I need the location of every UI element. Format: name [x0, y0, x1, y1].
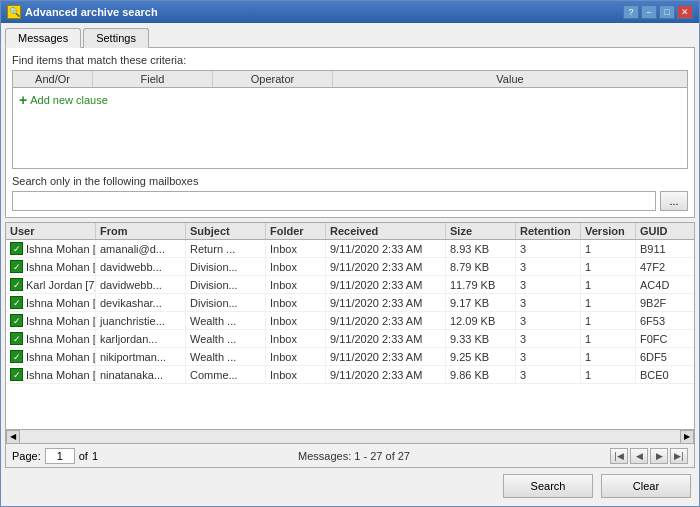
cell-from: davidwebb... [96, 258, 186, 275]
tab-settings[interactable]: Settings [83, 28, 149, 48]
search-panel: Find items that match these criteria: An… [5, 47, 695, 218]
title-bar-left: 🔍 Advanced archive search [7, 5, 158, 19]
cell-folder: Inbox [266, 258, 326, 275]
cell-from: nikiportman... [96, 348, 186, 365]
scroll-right-arrow[interactable]: ▶ [680, 430, 694, 444]
cell-guid: 6F53 [636, 312, 694, 329]
check-icon: ✓ [10, 260, 23, 273]
cell-size: 12.09 KB [446, 312, 516, 329]
cell-guid: B911 [636, 240, 694, 257]
table-body: ✓ Ishna Mohan [5] amanali@d... Return ..… [6, 240, 694, 429]
cell-received: 9/11/2020 2:33 AM [326, 276, 446, 293]
tab-messages[interactable]: Messages [5, 28, 81, 48]
cell-retention: 3 [516, 240, 581, 257]
cell-from: amanali@d... [96, 240, 186, 257]
mailboxes-input[interactable] [12, 191, 656, 211]
add-icon: + [19, 92, 27, 108]
cell-received: 9/11/2020 2:33 AM [326, 312, 446, 329]
col-retention: Retention [516, 223, 581, 239]
first-page-button[interactable]: |◀ [610, 448, 628, 464]
cell-size: 9.17 KB [446, 294, 516, 311]
title-buttons: ? − □ ✕ [623, 5, 693, 19]
check-icon: ✓ [10, 350, 23, 363]
table-row[interactable]: ✓ Ishna Mohan [5] ninatanaka... Comme...… [6, 366, 694, 384]
cell-version: 1 [581, 366, 636, 383]
cell-version: 1 [581, 330, 636, 347]
cell-folder: Inbox [266, 294, 326, 311]
cell-retention: 3 [516, 348, 581, 365]
table-row[interactable]: ✓ Ishna Mohan [5] nikiportman... Wealth … [6, 348, 694, 366]
table-row[interactable]: ✓ Ishna Mohan [5] amanali@d... Return ..… [6, 240, 694, 258]
table-row[interactable]: ✓ Ishna Mohan [5] juanchristie... Wealth… [6, 312, 694, 330]
criteria-area: And/Or Field Operator Value + Add new cl… [12, 70, 688, 169]
cell-guid: F0FC [636, 330, 694, 347]
cell-received: 9/11/2020 2:33 AM [326, 240, 446, 257]
cell-received: 9/11/2020 2:33 AM [326, 258, 446, 275]
browse-button[interactable]: ... [660, 191, 688, 211]
cell-size: 11.79 KB [446, 276, 516, 293]
cell-from: karljordan... [96, 330, 186, 347]
col-subject: Subject [186, 223, 266, 239]
search-button[interactable]: Search [503, 474, 593, 498]
maximize-button[interactable]: □ [659, 5, 675, 19]
col-field: Field [93, 71, 213, 87]
cell-size: 8.93 KB [446, 240, 516, 257]
cell-user: ✓ Ishna Mohan [5] [6, 258, 96, 275]
cell-size: 8.79 KB [446, 258, 516, 275]
table-row[interactable]: ✓ Karl Jordan [7] davidwebb... Division.… [6, 276, 694, 294]
horizontal-scrollbar[interactable]: ◀ ▶ [6, 429, 694, 443]
clear-button[interactable]: Clear [601, 474, 691, 498]
col-version: Version [581, 223, 636, 239]
minimize-button[interactable]: − [641, 5, 657, 19]
cell-user: ✓ Karl Jordan [7] [6, 276, 96, 293]
find-label: Find items that match these criteria: [12, 54, 688, 66]
prev-page-button[interactable]: ◀ [630, 448, 648, 464]
table-row[interactable]: ✓ Ishna Mohan [5] karljordan... Wealth .… [6, 330, 694, 348]
mailboxes-row: ... [12, 191, 688, 211]
cell-retention: 3 [516, 294, 581, 311]
col-guid: GUID [636, 223, 695, 239]
add-clause-button[interactable]: + Add new clause [15, 90, 112, 110]
page-input[interactable] [45, 448, 75, 464]
cell-from: devikashar... [96, 294, 186, 311]
cell-folder: Inbox [266, 240, 326, 257]
check-icon: ✓ [10, 296, 23, 309]
close-button[interactable]: ✕ [677, 5, 693, 19]
table-row[interactable]: ✓ Ishna Mohan [5] devikashar... Division… [6, 294, 694, 312]
cell-size: 9.33 KB [446, 330, 516, 347]
action-buttons: Search Clear [5, 468, 695, 502]
cell-subject: Return ... [186, 240, 266, 257]
check-icon: ✓ [10, 368, 23, 381]
cell-version: 1 [581, 258, 636, 275]
col-value: Value [333, 71, 687, 87]
col-size: Size [446, 223, 516, 239]
cell-from: davidwebb... [96, 276, 186, 293]
mailboxes-label: Search only in the following mailboxes [12, 175, 688, 187]
cell-subject: Division... [186, 294, 266, 311]
help-button[interactable]: ? [623, 5, 639, 19]
cell-subject: Wealth ... [186, 312, 266, 329]
cell-guid: AC4D [636, 276, 694, 293]
messages-info: Messages: 1 - 27 of 27 [298, 450, 410, 462]
page-left: Page: of 1 [12, 448, 98, 464]
cell-subject: Wealth ... [186, 330, 266, 347]
cell-retention: 3 [516, 312, 581, 329]
cell-folder: Inbox [266, 330, 326, 347]
cell-folder: Inbox [266, 312, 326, 329]
last-page-button[interactable]: ▶| [670, 448, 688, 464]
cell-guid: BCE0 [636, 366, 694, 383]
scroll-track[interactable] [20, 430, 680, 444]
cell-version: 1 [581, 348, 636, 365]
cell-user: ✓ Ishna Mohan [5] [6, 294, 96, 311]
col-received: Received [326, 223, 446, 239]
next-page-button[interactable]: ▶ [650, 448, 668, 464]
scroll-left-arrow[interactable]: ◀ [6, 430, 20, 444]
table-row[interactable]: ✓ Ishna Mohan [5] davidwebb... Division.… [6, 258, 694, 276]
check-icon: ✓ [10, 314, 23, 327]
cell-from: juanchristie... [96, 312, 186, 329]
cell-user: ✓ Ishna Mohan [5] [6, 240, 96, 257]
cell-received: 9/11/2020 2:33 AM [326, 330, 446, 347]
tabs: Messages Settings [5, 27, 695, 47]
cell-user: ✓ Ishna Mohan [5] [6, 366, 96, 383]
cell-retention: 3 [516, 366, 581, 383]
